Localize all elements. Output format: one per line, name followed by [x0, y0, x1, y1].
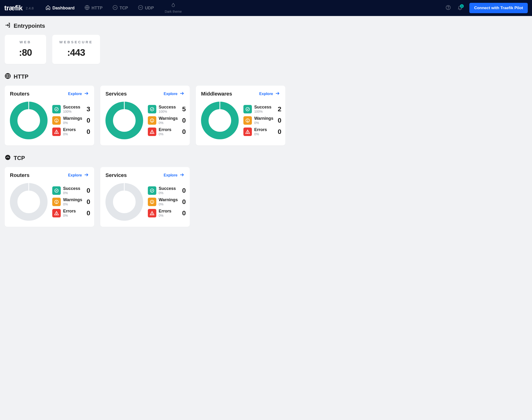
- svg-point-17: [152, 133, 152, 133]
- stat-pct: 100%: [254, 110, 273, 113]
- panel-title: Services: [106, 91, 127, 97]
- tcp-routers-panel: Routers Explore Success 0% 0: [5, 167, 94, 227]
- stat-pct: 0%: [254, 121, 273, 125]
- stat-success: Success 0% 0: [52, 186, 90, 195]
- stat-count: 2: [276, 105, 281, 113]
- notification-badge: 1: [460, 4, 464, 8]
- panel-title: Services: [106, 172, 127, 178]
- stat-label: Success: [159, 186, 178, 191]
- explore-link[interactable]: Explore: [164, 91, 184, 97]
- svg-point-18: [205, 105, 235, 135]
- arrow-right-icon: [179, 91, 184, 97]
- entrypoints-row: WEB :80 WEBSECURE :443: [5, 35, 527, 64]
- entrypoint-card-web[interactable]: WEB :80: [5, 35, 46, 64]
- section-entrypoints-title: Entrypoints: [14, 23, 45, 29]
- explore-label: Explore: [68, 173, 82, 177]
- explore-link[interactable]: Explore: [259, 91, 280, 97]
- entrypoint-card-websecure[interactable]: WEBSECURE :443: [52, 35, 100, 64]
- udp-icon: [138, 5, 143, 11]
- svg-point-23: [247, 133, 248, 133]
- stat-warnings: Warnings 0% 0: [243, 116, 281, 125]
- stat-count: 0: [85, 210, 90, 217]
- nav-http[interactable]: HTTP: [81, 0, 106, 16]
- stat-warnings: Warnings 0% 0: [148, 198, 186, 206]
- stat-label: Errors: [63, 209, 82, 214]
- stat-count: 0: [85, 198, 90, 206]
- stat-label: Errors: [63, 128, 82, 132]
- alert-triangle-icon: [243, 128, 252, 136]
- svg-point-36: [152, 214, 152, 215]
- tcp-icon: [112, 5, 118, 11]
- http-middlewares-panel: Middlewares Explore Success 100% 2: [196, 86, 285, 145]
- stat-errors: Errors 0% 0: [148, 209, 186, 217]
- svg-point-4: [448, 8, 448, 9]
- stat-count: 5: [180, 105, 186, 113]
- nav-tcp-label: TCP: [120, 6, 128, 11]
- explore-link[interactable]: Explore: [68, 91, 89, 97]
- logo: træfik: [4, 4, 23, 12]
- svg-point-10: [56, 121, 57, 122]
- stat-label: Success: [159, 105, 178, 110]
- entrypoint-name: WEB: [12, 40, 39, 44]
- connect-pilot-button[interactable]: Connect with Traefik Pilot: [469, 3, 528, 13]
- stat-pct: 0%: [254, 132, 273, 136]
- alert-circle-icon: [52, 198, 61, 206]
- version-label: 2.4.8: [26, 6, 33, 10]
- stat-label: Success: [63, 186, 82, 191]
- check-circle-icon: [52, 186, 61, 195]
- explore-link[interactable]: Explore: [68, 172, 89, 178]
- tcp-icon: [5, 154, 11, 162]
- stat-count: 0: [180, 187, 186, 194]
- alert-triangle-icon: [148, 209, 156, 217]
- notifications-button[interactable]: 1: [455, 3, 465, 13]
- svg-point-29: [56, 203, 57, 203]
- stat-errors: Errors 0% 0: [148, 128, 186, 136]
- theme-toggle-label: Dark theme: [165, 10, 182, 14]
- home-icon: [46, 5, 51, 11]
- entrypoint-port: :80: [12, 47, 39, 58]
- nav-http-label: HTTP: [91, 6, 103, 11]
- stat-count: 0: [85, 117, 90, 124]
- stat-label: Success: [63, 105, 82, 110]
- stat-success: Success 100% 5: [148, 105, 186, 113]
- donut-chart: [10, 102, 47, 139]
- panel-title: Middlewares: [201, 91, 232, 97]
- donut-chart: [10, 183, 47, 221]
- stat-pct: 0%: [159, 121, 178, 125]
- http-panels-row: Routers Explore Success 100% 3: [5, 86, 527, 145]
- svg-point-30: [56, 214, 57, 215]
- globe-icon: [85, 5, 90, 11]
- explore-link[interactable]: Explore: [164, 172, 184, 178]
- globe-icon: [5, 73, 11, 80]
- stat-label: Errors: [159, 128, 178, 132]
- tcp-panels-row: Routers Explore Success 0% 0: [5, 167, 527, 227]
- stat-label: Warnings: [63, 116, 82, 121]
- donut-chart: [106, 102, 143, 139]
- arrow-right-icon: [275, 91, 280, 97]
- stat-errors: Errors 0% 0: [52, 209, 90, 217]
- stat-success: Success 0% 0: [148, 186, 186, 195]
- stat-count: 0: [180, 210, 186, 217]
- donut-chart: [106, 183, 143, 221]
- svg-point-22: [247, 121, 248, 122]
- alert-triangle-icon: [52, 128, 61, 136]
- nav-dashboard[interactable]: Dashboard: [42, 0, 78, 16]
- nav-tcp[interactable]: TCP: [109, 0, 132, 16]
- svg-point-24: [5, 155, 10, 160]
- explore-label: Explore: [68, 92, 82, 96]
- stat-count: 0: [180, 117, 186, 124]
- nav-udp[interactable]: UDP: [134, 0, 158, 16]
- stat-warnings: Warnings 0% 0: [52, 116, 90, 125]
- theme-toggle[interactable]: Dark theme: [165, 3, 182, 14]
- svg-point-11: [56, 133, 57, 133]
- stat-count: 0: [276, 117, 281, 124]
- svg-point-16: [152, 121, 152, 122]
- stat-warnings: Warnings 0% 0: [148, 116, 186, 125]
- arrow-right-icon: [179, 172, 184, 178]
- panel-title: Routers: [10, 172, 30, 178]
- help-button[interactable]: [443, 3, 453, 13]
- check-circle-icon: [243, 105, 252, 113]
- stat-label: Warnings: [63, 198, 82, 202]
- stat-count: 3: [85, 105, 90, 113]
- page-content: Entrypoints WEB :80 WEBSECURE :443 HTTP …: [0, 16, 532, 236]
